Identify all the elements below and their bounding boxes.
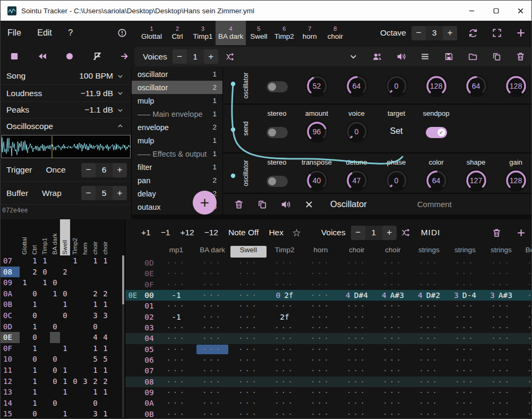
- pattern-cell[interactable]: 3: [100, 310, 110, 321]
- decrement-button[interactable]: −: [411, 26, 426, 40]
- pattern-cell[interactable]: [50, 299, 60, 310]
- pattern-cell[interactable]: 2: [100, 288, 110, 300]
- pattern-cell[interactable]: 1: [100, 365, 110, 376]
- note-cell[interactable]: ···: [483, 399, 519, 407]
- note-cell[interactable]: ···: [411, 259, 447, 267]
- note-cell[interactable]: -1: [158, 291, 194, 300]
- instrument-tab-ctrl[interactable]: 2Ctrl: [165, 21, 190, 45]
- pattern-row-number[interactable]: 15: [1, 408, 20, 419]
- pattern-cell[interactable]: 0: [30, 332, 40, 343]
- play-cursor-icon[interactable]: [119, 45, 131, 67]
- decrement-button[interactable]: −: [351, 226, 365, 240]
- speaker-icon[interactable]: [280, 199, 291, 210]
- note-cell[interactable]: ···: [158, 269, 194, 278]
- pattern-cell[interactable]: [40, 387, 50, 398]
- note-cell[interactable]: ···: [194, 378, 230, 386]
- pattern-cell[interactable]: [20, 376, 30, 387]
- knob[interactable]: 0: [384, 168, 409, 193]
- track-header-mp1[interactable]: mp1: [158, 246, 194, 258]
- pattern-cell[interactable]: 0: [30, 310, 40, 321]
- note-cell[interactable]: ···: [519, 388, 532, 397]
- pattern-cell[interactable]: [50, 267, 60, 278]
- track-header-ba-dark[interactable]: BA dark: [194, 246, 230, 258]
- pattern-cell[interactable]: [80, 277, 90, 288]
- note-cell[interactable]: ···: [519, 291, 532, 300]
- pattern-cell[interactable]: [70, 408, 80, 419]
- pattern-cell[interactable]: [100, 267, 110, 278]
- note-cell[interactable]: 4D#4: [339, 291, 375, 300]
- note-cell[interactable]: ···: [267, 259, 303, 267]
- note-cell[interactable]: ···: [447, 356, 483, 364]
- unit-list-item-filter[interactable]: filter1: [132, 160, 222, 174]
- pattern-cell[interactable]: 2: [60, 267, 70, 278]
- unit-list-item-oscillator[interactable]: oscillator1: [132, 67, 222, 81]
- delete-icon[interactable]: [484, 223, 509, 242]
- note-cell[interactable]: ···: [230, 334, 267, 343]
- note-cell[interactable]: ···: [411, 345, 447, 354]
- pattern-cell[interactable]: 1: [40, 255, 50, 267]
- pattern-cell[interactable]: [30, 277, 40, 288]
- note-cell[interactable]: ···: [267, 269, 303, 278]
- pattern-cell[interactable]: [20, 332, 30, 343]
- note-cell[interactable]: ···: [230, 366, 267, 375]
- increment-button[interactable]: +: [382, 226, 397, 240]
- note-cell[interactable]: ···: [194, 399, 230, 407]
- delete-icon[interactable]: [509, 47, 532, 66]
- comment-field[interactable]: Comment: [417, 200, 452, 209]
- note-cell[interactable]: ···: [411, 313, 447, 321]
- pattern-column-choir[interactable]: choir: [101, 220, 109, 255]
- pattern-cell[interactable]: [50, 343, 60, 354]
- note-cell[interactable]: ···: [375, 334, 411, 343]
- pattern-column-horn[interactable]: horn: [81, 220, 89, 255]
- pattern-cell[interactable]: 0: [60, 288, 70, 300]
- rewind-icon[interactable]: [36, 45, 48, 67]
- note-cell[interactable]: ···: [483, 356, 519, 364]
- pattern-cell[interactable]: [50, 332, 60, 343]
- note-cell[interactable]: ···: [375, 366, 411, 375]
- note-cell[interactable]: 02f: [267, 291, 303, 300]
- note-cell[interactable]: ···: [230, 291, 267, 300]
- pattern-cell[interactable]: [80, 365, 90, 376]
- pattern-row-number[interactable]: 11: [1, 365, 20, 376]
- toolbar-button--1[interactable]: −1: [161, 228, 170, 237]
- note-cell[interactable]: ···: [339, 323, 375, 332]
- note-cell[interactable]: ···: [519, 356, 532, 364]
- pattern-cell[interactable]: [50, 255, 60, 267]
- chevron-up-icon[interactable]: [113, 117, 127, 136]
- pattern-cell[interactable]: 0: [30, 354, 40, 365]
- pattern-cell[interactable]: 1: [30, 343, 40, 354]
- decrement-button[interactable]: −: [173, 49, 187, 64]
- pattern-cell[interactable]: 1: [50, 288, 60, 300]
- note-cell[interactable]: ···: [447, 345, 483, 354]
- increment-button[interactable]: +: [204, 49, 218, 64]
- note-cell[interactable]: ···: [303, 269, 339, 278]
- add-instrument-icon[interactable]: [509, 21, 532, 45]
- pattern-cell[interactable]: 0: [60, 310, 70, 321]
- note-cell[interactable]: 4D#2: [411, 291, 447, 300]
- track-header-bentstr[interactable]: BentStr: [519, 246, 532, 258]
- increment-button[interactable]: +: [113, 186, 127, 200]
- note-cell[interactable]: ···: [230, 388, 267, 397]
- note-cell[interactable]: ···: [519, 399, 532, 407]
- knob[interactable]: 127: [464, 168, 488, 193]
- note-cell[interactable]: ···: [339, 345, 375, 354]
- track-header-strings[interactable]: strings: [447, 246, 483, 258]
- note-cell[interactable]: ···: [447, 280, 483, 289]
- note-cell[interactable]: ···: [158, 378, 194, 386]
- pattern-cell[interactable]: [40, 408, 50, 419]
- pattern-row-number[interactable]: 0C: [1, 310, 20, 321]
- pattern-cell[interactable]: [80, 299, 90, 310]
- note-cell[interactable]: ···: [483, 378, 519, 386]
- pattern-row-number[interactable]: 0B: [1, 299, 20, 310]
- pattern-cell[interactable]: [80, 267, 90, 278]
- knob[interactable]: 52: [305, 74, 329, 98]
- note-cell[interactable]: ···: [519, 378, 532, 386]
- pattern-cell[interactable]: 1: [60, 343, 70, 354]
- note-cell[interactable]: ···: [483, 302, 519, 310]
- close-button[interactable]: [508, 1, 532, 21]
- song-row[interactable]: Song 100 BPM: [1, 67, 131, 85]
- note-cell[interactable]: ···: [483, 323, 519, 332]
- pattern-cell[interactable]: 0: [30, 288, 40, 300]
- toggle-off[interactable]: [267, 176, 288, 187]
- pattern-cell[interactable]: [20, 288, 30, 300]
